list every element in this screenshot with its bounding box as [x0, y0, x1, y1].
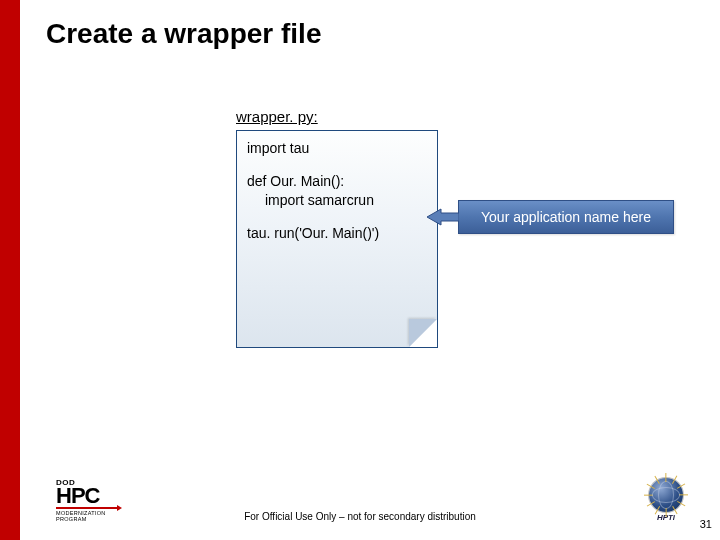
logo-underline-icon — [56, 507, 118, 510]
slide-title: Create a wrapper file — [46, 18, 321, 50]
callout-box: Your application name here — [458, 200, 674, 234]
logo-hpc-text: HPC — [56, 487, 128, 506]
svg-marker-0 — [427, 209, 459, 225]
code-line-3: import samarcrun — [247, 191, 427, 210]
left-red-band — [0, 0, 20, 540]
callout-arrow-icon — [427, 208, 459, 226]
page-curl-icon — [409, 319, 437, 347]
page-number: 31 — [700, 518, 712, 530]
code-line-2: def Our. Main(): — [247, 172, 427, 191]
code-box: import tau def Our. Main(): import samar… — [236, 130, 438, 348]
hpti-logo: HPTi — [642, 478, 690, 518]
filename-label: wrapper. py: — [236, 108, 318, 125]
logo-modernization-text: MODERNIZATION PROGRAM — [56, 510, 128, 522]
code-line-1: import tau — [247, 139, 427, 158]
code-line-4: tau. run('Our. Main()') — [247, 224, 427, 243]
callout-text: Your application name here — [481, 209, 651, 225]
globe-icon — [649, 478, 683, 512]
hpc-logo: DOD HPC MODERNIZATION PROGRAM — [56, 478, 128, 522]
